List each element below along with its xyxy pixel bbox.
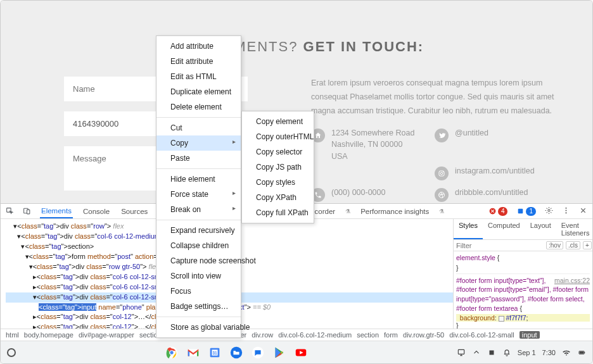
cls-chip[interactable]: .cls xyxy=(566,241,580,249)
inspect-icon[interactable] xyxy=(6,207,14,215)
crumb[interactable]: form xyxy=(384,331,398,339)
calendar-icon[interactable]: 31 xyxy=(207,345,222,360)
svg-point-2 xyxy=(443,172,443,172)
devtools-tab[interactable]: Elements xyxy=(40,204,73,218)
crumb[interactable]: div.col-6.col-12-small xyxy=(449,331,514,339)
ctx-item[interactable]: Cut xyxy=(156,120,241,135)
ctx-item[interactable]: Force state xyxy=(156,187,241,202)
ctx-item[interactable]: Edit attribute xyxy=(156,54,241,69)
styles-tab[interactable]: Styles xyxy=(454,219,483,239)
wifi-icon[interactable] xyxy=(562,348,571,357)
svg-point-12 xyxy=(565,212,566,213)
crumb[interactable]: body.homepage xyxy=(24,331,73,339)
crumb[interactable]: div.col-6.col-12-medium xyxy=(278,331,352,339)
tray-date: Sep 1 xyxy=(518,349,536,356)
context-submenu-copy[interactable]: Copy elementCopy outerHTMLCopy selectorC… xyxy=(241,111,314,223)
ctx-item[interactable]: Collapse children xyxy=(156,238,241,253)
ctx-item[interactable]: Capture node screenshot xyxy=(156,253,241,268)
hov-chip[interactable]: :hov xyxy=(546,241,563,249)
ctx-item[interactable]: Copy outerHTML xyxy=(242,129,314,144)
svg-rect-29 xyxy=(584,351,585,353)
tray-chevron-icon[interactable] xyxy=(472,348,481,357)
svg-point-9 xyxy=(548,210,550,211)
styles-tab[interactable]: Event Listeners xyxy=(556,219,592,239)
more-icon[interactable] xyxy=(562,206,570,216)
launcher-icon[interactable] xyxy=(7,348,16,357)
breadcrumbs[interactable]: html body.homepage div#page-wrapper sect… xyxy=(1,329,592,341)
taskbar: 31 Sep 1 7:30 xyxy=(1,341,592,363)
styles-filter[interactable] xyxy=(456,242,544,249)
ctx-item[interactable]: Copy selector xyxy=(242,144,314,160)
ctx-item[interactable]: Focus xyxy=(156,284,241,299)
crumb[interactable]: div.row xyxy=(252,331,273,339)
ctx-item[interactable]: Copy XPath xyxy=(242,190,314,205)
ctx-item[interactable]: Store as global variable xyxy=(156,320,241,335)
youtube-icon[interactable] xyxy=(293,345,309,360)
tray-pin-icon[interactable] xyxy=(457,348,466,357)
ctx-item[interactable]: Break on xyxy=(156,202,241,217)
close-icon[interactable] xyxy=(579,206,587,216)
crumb[interactable]: input xyxy=(520,331,540,339)
ctx-item[interactable]: Hide element xyxy=(156,172,241,187)
dribbble-icon xyxy=(435,188,449,202)
ctx-item[interactable]: Edit as HTML xyxy=(156,69,241,84)
gear-icon[interactable] xyxy=(545,206,553,216)
devtools-tab[interactable]: Performance insights xyxy=(359,205,430,218)
svg-text:31: 31 xyxy=(212,350,217,355)
ctx-item[interactable]: Copy element xyxy=(242,114,314,129)
ctx-item[interactable]: Copy full XPath xyxy=(242,205,314,220)
svg-point-11 xyxy=(565,210,566,211)
devtools-tab[interactable]: Console xyxy=(82,205,111,218)
crumb[interactable]: section xyxy=(357,331,379,339)
chrome-icon[interactable] xyxy=(164,345,179,360)
context-menu[interactable]: Add attributeEdit attributeEdit as HTMLD… xyxy=(156,35,241,338)
tray-stop-icon[interactable] xyxy=(487,348,496,357)
styles-tab[interactable]: Layout xyxy=(525,219,556,239)
devtools-tab[interactable]: Sources xyxy=(120,205,149,218)
svg-point-1 xyxy=(440,172,443,175)
svg-point-10 xyxy=(565,208,566,209)
styles-body[interactable]: element.style {}main.css:22#footer form … xyxy=(454,251,592,329)
ctx-item[interactable]: Scroll into view xyxy=(156,268,241,284)
ctx-item[interactable]: Copy xyxy=(156,135,241,151)
crumb[interactable]: div#page-wrapper xyxy=(79,331,134,339)
ctx-item[interactable]: Copy styles xyxy=(242,175,314,190)
crumb[interactable]: html xyxy=(6,331,19,339)
gmail-icon[interactable] xyxy=(186,345,201,360)
files-icon[interactable] xyxy=(229,345,244,360)
messages-icon[interactable] xyxy=(250,345,265,360)
device-icon[interactable] xyxy=(23,207,31,215)
error-badge[interactable]: 4 xyxy=(488,207,508,216)
intro-text: Erat lorem ipsum veroeros consequat magn… xyxy=(311,77,558,118)
info-badge[interactable]: 1 xyxy=(516,207,536,216)
ctx-item[interactable]: Delete element xyxy=(156,99,241,115)
page-heading: OR COMMENTS? GET IN TOUCH: xyxy=(1,39,592,55)
ctx-item[interactable]: Expand recursively xyxy=(156,223,241,238)
instagram-icon xyxy=(435,166,449,180)
tray-time: 7:30 xyxy=(542,349,556,356)
ctx-item[interactable]: Duplicate element xyxy=(156,84,241,99)
add-rule-chip[interactable]: + xyxy=(583,241,592,249)
devtools-panel: ElementsConsoleSourcesNetworktionSecurit… xyxy=(1,203,592,341)
svg-rect-25 xyxy=(458,349,464,354)
svg-rect-28 xyxy=(580,351,584,354)
svg-rect-6 xyxy=(27,210,30,214)
twitter-icon xyxy=(435,129,449,142)
ctx-item[interactable]: Copy JS path xyxy=(242,160,314,175)
tray-bell-icon[interactable] xyxy=(502,348,511,357)
crumb[interactable]: div.row.gtr-50 xyxy=(403,331,444,339)
svg-rect-8 xyxy=(518,209,523,214)
play-icon[interactable] xyxy=(272,345,287,360)
battery-icon[interactable] xyxy=(577,348,586,357)
styles-tab[interactable]: Computed xyxy=(483,219,525,239)
svg-rect-26 xyxy=(489,350,494,355)
ctx-item[interactable]: Badge settings… xyxy=(156,299,241,314)
ctx-item[interactable]: Add attribute xyxy=(156,39,241,54)
ctx-item[interactable]: Paste xyxy=(156,151,241,166)
